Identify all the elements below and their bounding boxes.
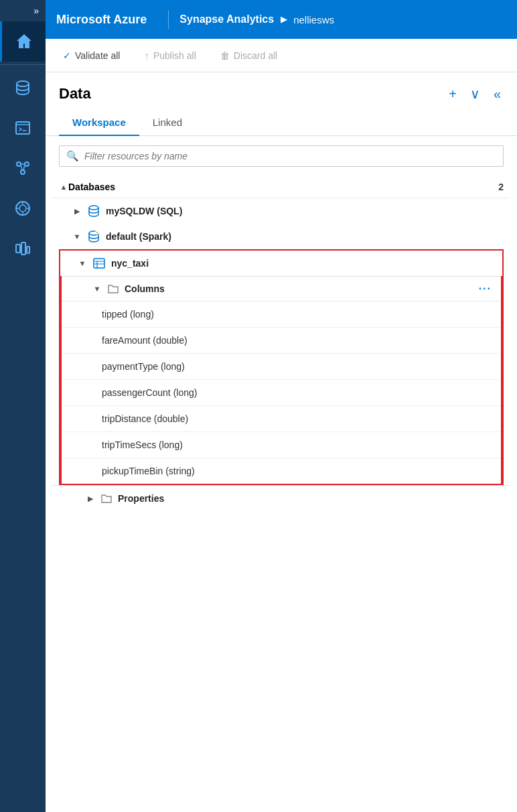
tabs: Workspace Linked <box>46 110 517 136</box>
column-label-paymentType: paymentType (long) <box>102 361 185 372</box>
sidebar-collapse-btn[interactable]: » <box>0 0 46 21</box>
publish-all-label: Publish all <box>153 50 196 61</box>
brand-name: Microsoft Azure <box>56 13 147 27</box>
svg-rect-8 <box>21 243 25 255</box>
spark-db-icon <box>87 230 100 243</box>
databases-header: ▲ Databases 2 <box>52 176 510 198</box>
sidebar-item-develop[interactable] <box>0 108 46 148</box>
expand-icon: ∨ <box>470 86 480 101</box>
sidebar-item-integrate[interactable] <box>0 148 46 188</box>
panel-title: Data <box>59 85 439 103</box>
workspace-name: nelliesws <box>293 14 334 25</box>
table-icon <box>92 257 106 270</box>
svg-point-6 <box>19 205 26 212</box>
monitor-icon <box>13 199 32 218</box>
data-panel: Data + ∨ « Workspace Linked <box>46 72 517 812</box>
svg-rect-7 <box>16 245 20 253</box>
tree-section: ▲ Databases 2 ▶ mySQLDW (SQL) ▼ <box>46 176 517 511</box>
mysql-chevron: ▶ <box>72 207 82 216</box>
sql-db-icon <box>87 204 100 218</box>
more-options-icon[interactable]: ··· <box>479 283 492 295</box>
svg-point-10 <box>89 206 98 210</box>
default-spark-label: default (Spark) <box>106 231 171 242</box>
collapse-button[interactable]: « <box>491 85 504 103</box>
nyc-taxi-chevron: ▼ <box>78 259 87 267</box>
discard-icon: 🗑 <box>220 50 230 61</box>
panel-header-icons: + ∨ « <box>446 84 504 103</box>
databases-count: 2 <box>498 182 504 192</box>
mysql-item[interactable]: ▶ mySQLDW (SQL) <box>52 198 510 224</box>
column-item-paymentType[interactable]: paymentType (long) <box>62 354 501 380</box>
databases-label: Databases <box>68 182 498 192</box>
svg-point-4 <box>21 170 25 174</box>
column-label-tipped: tipped (long) <box>102 309 154 320</box>
search-input[interactable] <box>84 151 496 161</box>
toolbar: ✓ Validate all ↑ Publish all 🗑 Discard a… <box>46 39 517 72</box>
svg-point-3 <box>25 162 29 166</box>
columns-item[interactable]: ▼ Columns ··· <box>62 276 501 301</box>
column-label-pickupTimeBin: pickupTimeBin (string) <box>102 466 195 476</box>
breadcrumb-chevron: ▶ <box>281 15 287 24</box>
main-area: Microsoft Azure Synapse Analytics ▶ nell… <box>46 0 517 812</box>
manage-icon <box>13 239 32 258</box>
add-resource-button[interactable]: + <box>446 85 459 103</box>
develop-icon <box>13 119 32 137</box>
tab-workspace[interactable]: Workspace <box>59 110 139 136</box>
mysql-label: mySQLDW (SQL) <box>106 206 182 216</box>
tab-linked[interactable]: Linked <box>139 110 196 136</box>
column-item-tipped[interactable]: tipped (long) <box>62 301 501 328</box>
discard-all-label: Discard all <box>234 50 277 61</box>
top-bar: Microsoft Azure Synapse Analytics ▶ nell… <box>46 0 517 39</box>
data-icon <box>13 78 32 97</box>
default-spark-item[interactable]: ▼ default (Spark) <box>52 224 510 249</box>
collapse-icon: « <box>494 86 501 101</box>
databases-chevron: ▲ <box>59 183 68 191</box>
properties-chevron: ▶ <box>86 494 95 503</box>
column-label-tripDistance: tripDistance (double) <box>102 413 188 424</box>
sidebar: » <box>0 0 46 812</box>
properties-item[interactable]: ▶ Properties <box>52 485 510 511</box>
sidebar-item-data[interactable] <box>0 68 46 108</box>
svg-point-0 <box>17 81 29 86</box>
column-item-pickupTimeBin[interactable]: pickupTimeBin (string) <box>62 458 501 484</box>
nyc-taxi-item[interactable]: ▼ nyc_taxi <box>60 251 502 276</box>
column-item-fareAmount[interactable]: fareAmount (double) <box>62 328 501 354</box>
sidebar-item-home[interactable] <box>0 21 46 62</box>
svg-rect-9 <box>27 247 29 253</box>
column-label-fareAmount: fareAmount (double) <box>102 335 188 346</box>
column-item-passengerCount[interactable]: passengerCount (long) <box>62 380 501 406</box>
columns-list: tipped (long) fareAmount (double) paymen… <box>62 301 501 484</box>
publish-all-button[interactable]: ↑ Publish all <box>140 47 200 64</box>
columns-label: Columns <box>125 283 165 294</box>
properties-folder-icon <box>100 492 113 504</box>
top-bar-divider <box>168 10 169 29</box>
column-label-tripTimeSecs: tripTimeSecs (long) <box>102 439 183 450</box>
nyc-taxi-label: nyc_taxi <box>111 258 149 269</box>
column-label-passengerCount: passengerCount (long) <box>102 387 197 398</box>
default-spark-chevron: ▼ <box>72 232 82 241</box>
double-chevron-icon: » <box>33 5 39 16</box>
columns-chevron: ▼ <box>92 285 102 293</box>
validate-all-button[interactable]: ✓ Validate all <box>59 48 124 64</box>
properties-label: Properties <box>118 493 164 504</box>
service-name: Synapse Analytics <box>179 13 274 25</box>
svg-rect-1 <box>16 122 29 134</box>
svg-point-2 <box>17 162 21 166</box>
discard-all-button[interactable]: 🗑 Discard all <box>216 48 281 64</box>
svg-rect-13 <box>94 259 104 268</box>
sidebar-item-monitor[interactable] <box>0 188 46 228</box>
expand-button[interactable]: ∨ <box>467 84 483 103</box>
publish-icon: ↑ <box>144 50 149 61</box>
home-icon <box>15 32 33 51</box>
integrate-icon <box>13 159 32 178</box>
column-item-tripTimeSecs[interactable]: tripTimeSecs (long) <box>62 432 501 458</box>
search-icon: 🔍 <box>66 150 79 162</box>
validate-all-label: Validate all <box>75 50 120 61</box>
sidebar-item-manage[interactable] <box>0 228 46 269</box>
plus-icon: + <box>449 86 457 101</box>
validate-icon: ✓ <box>63 50 71 61</box>
column-item-tripDistance[interactable]: tripDistance (double) <box>62 406 501 432</box>
search-box: 🔍 <box>59 145 504 167</box>
panel-header: Data + ∨ « <box>46 72 517 110</box>
nyc-taxi-highlight: ▼ nyc_taxi ▼ Columns ··· <box>59 249 504 485</box>
